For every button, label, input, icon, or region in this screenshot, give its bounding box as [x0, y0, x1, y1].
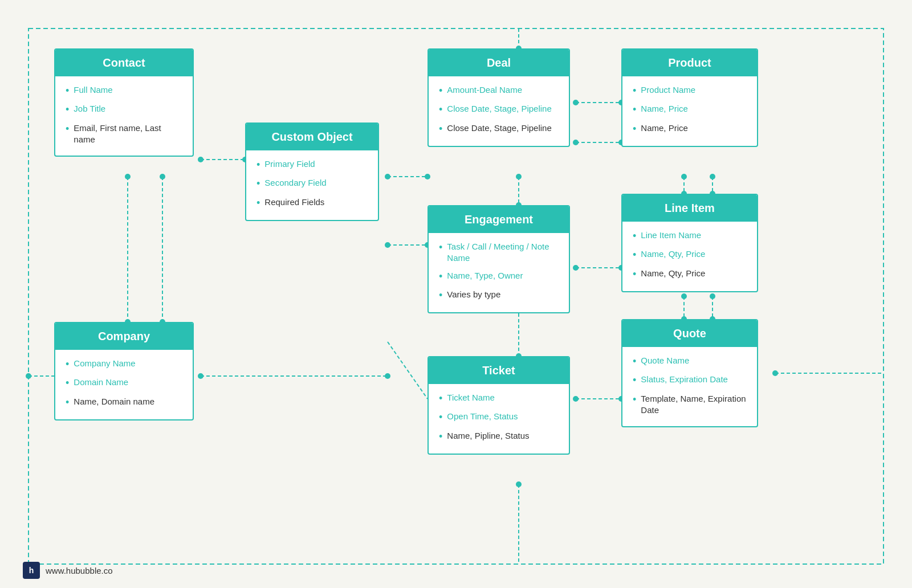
- bullet-icon: •: [633, 122, 636, 136]
- diagram-container: Contact • Full Name • Job Title • Email,…: [0, 0, 912, 588]
- company-body: • Company Name • Domain Name • Name, Dom…: [55, 350, 193, 419]
- svg-point-25: [573, 100, 579, 105]
- deal-card: Deal • Amount-Deal Name • Close Date, St…: [427, 48, 570, 147]
- bullet-icon: •: [633, 84, 636, 97]
- company-card: Company • Company Name • Domain Name • N…: [54, 322, 194, 420]
- product-field-2: • Name, Price: [633, 103, 747, 116]
- contact-field-3-text: Email, First name, Last name: [74, 122, 182, 146]
- product-body: • Product Name • Name, Price • Name, Pri…: [622, 76, 757, 146]
- deal-field-2-text: Close Date, Stage, Pipeline: [447, 103, 551, 115]
- bullet-icon: •: [256, 177, 260, 190]
- svg-point-51: [710, 293, 715, 299]
- bullet-icon: •: [256, 197, 260, 210]
- svg-point-48: [681, 293, 687, 299]
- deal-body: • Amount-Deal Name • Close Date, Stage, …: [429, 76, 569, 146]
- deal-field-3-text: Close Date, Stage, Pipeline: [447, 122, 551, 134]
- ticket-field-2-text: Open Time, Status: [447, 411, 518, 422]
- engagement-field-1: • Task / Call / Meeting / Note Name: [439, 241, 559, 264]
- svg-point-2: [198, 157, 203, 162]
- ticket-field-3: • Name, Pipline, Status: [439, 430, 559, 443]
- footer: h www.hububble.co: [23, 562, 113, 579]
- product-card: Product • Product Name • Name, Price • N…: [621, 48, 758, 147]
- product-field-1: • Product Name: [633, 84, 747, 97]
- svg-line-21: [388, 342, 427, 399]
- custom-object-field-3-text: Required Fields: [264, 197, 324, 208]
- bullet-icon: •: [439, 411, 442, 424]
- company-field-1: • Company Name: [66, 358, 182, 371]
- company-field-2: • Domain Name: [66, 377, 182, 390]
- contact-header: Contact: [55, 50, 193, 76]
- svg-point-54: [772, 370, 778, 376]
- footer-logo-text: h: [29, 566, 34, 575]
- svg-point-16: [385, 174, 390, 179]
- ticket-body: • Ticket Name • Open Time, Status • Name…: [429, 384, 569, 454]
- engagement-body: • Task / Call / Meeting / Note Name • Na…: [429, 233, 569, 312]
- quote-field-2: • Slatus, Expiration Date: [633, 374, 747, 387]
- bullet-icon: •: [439, 241, 442, 254]
- bullet-icon: •: [66, 396, 69, 409]
- contact-title: Contact: [103, 56, 145, 69]
- ticket-header: Ticket: [429, 357, 569, 384]
- engagement-field-2-text: Name, Type, Owner: [447, 270, 523, 281]
- quote-field-1-text: Quote Name: [641, 355, 689, 366]
- line-item-header: Line Item: [622, 195, 757, 222]
- custom-object-card: Custom Object • Primary Field • Secondar…: [245, 122, 379, 221]
- product-field-3-text: Name, Price: [641, 122, 688, 134]
- line-item-field-2: • Name, Qty, Price: [633, 248, 747, 262]
- line-item-field-3-text: Name, Qty, Price: [641, 268, 705, 279]
- svg-point-12: [385, 373, 390, 379]
- ticket-field-3-text: Name, Pipline, Status: [447, 430, 529, 442]
- product-field-1-text: Product Name: [641, 84, 695, 96]
- contact-field-2: • Job Title: [66, 103, 182, 116]
- bullet-icon: •: [66, 122, 69, 136]
- svg-point-8: [160, 174, 165, 179]
- line-item-field-1-text: Line Item Name: [641, 230, 701, 241]
- bullet-icon: •: [633, 355, 636, 368]
- custom-object-field-2: • Secondary Field: [256, 177, 368, 190]
- svg-point-19: [385, 242, 390, 248]
- company-field-3: • Name, Domain name: [66, 396, 182, 409]
- deal-field-1-text: Amount-Deal Name: [447, 84, 522, 96]
- svg-point-37: [516, 481, 522, 487]
- contact-body: • Full Name • Job Title • Email, First n…: [55, 76, 193, 156]
- deal-field-3: • Close Date, Stage, Pipeline: [439, 122, 559, 136]
- svg-point-45: [573, 265, 579, 271]
- ticket-card: Ticket • Ticket Name • Open Time, Status…: [427, 356, 570, 455]
- quote-body: • Quote Name • Slatus, Expiration Date •…: [622, 347, 757, 426]
- quote-field-1: • Quote Name: [633, 355, 747, 368]
- line-item-field-3: • Name, Qty, Price: [633, 268, 747, 281]
- line-item-card: Line Item • Line Item Name • Name, Qty, …: [621, 194, 758, 292]
- custom-object-header: Custom Object: [246, 124, 378, 150]
- ticket-title: Ticket: [482, 364, 515, 377]
- quote-field-3-text: Template, Name, Expiration Date: [641, 393, 747, 416]
- line-item-field-1: • Line Item Name: [633, 230, 747, 243]
- contact-field-3: • Email, First name, Last name: [66, 122, 182, 146]
- svg-point-17: [425, 174, 430, 179]
- svg-point-28: [573, 140, 579, 145]
- bullet-icon: •: [439, 103, 442, 116]
- quote-title: Quote: [673, 327, 706, 340]
- engagement-field-3: • Varies by type: [439, 289, 559, 302]
- engagement-field-2: • Name, Type, Owner: [439, 270, 559, 283]
- line-item-field-2-text: Name, Qty, Price: [641, 248, 705, 260]
- bullet-icon: •: [633, 230, 636, 243]
- bullet-icon: •: [439, 430, 442, 443]
- contact-card: Contact • Full Name • Job Title • Email,…: [54, 48, 194, 157]
- bullet-icon: •: [633, 248, 636, 262]
- engagement-field-3-text: Varies by type: [447, 289, 500, 300]
- ticket-field-1: • Ticket Name: [439, 392, 559, 405]
- bullet-icon: •: [633, 374, 636, 387]
- custom-object-body: • Primary Field • Secondary Field • Requ…: [246, 150, 378, 220]
- svg-point-42: [710, 174, 715, 179]
- bullet-icon: •: [66, 103, 69, 116]
- custom-object-field-3: • Required Fields: [256, 197, 368, 210]
- company-title: Company: [98, 330, 150, 342]
- line-item-title: Line Item: [665, 202, 715, 214]
- contact-field-2-text: Job Title: [74, 103, 105, 115]
- footer-logo: h: [23, 562, 40, 579]
- deal-field-1: • Amount-Deal Name: [439, 84, 559, 97]
- bullet-icon: •: [66, 358, 69, 371]
- bullet-icon: •: [633, 103, 636, 116]
- engagement-field-1-text: Task / Call / Meeting / Note Name: [447, 241, 559, 264]
- product-field-2-text: Name, Price: [641, 103, 688, 115]
